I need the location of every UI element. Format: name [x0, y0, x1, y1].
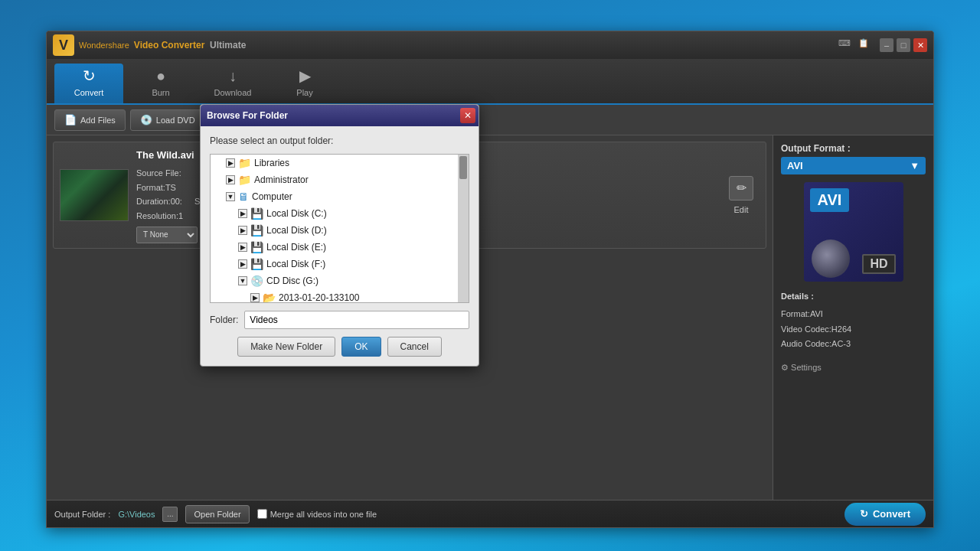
edit-button[interactable]: ✏	[729, 176, 753, 201]
merge-checkbox-label: Merge all videos into one file	[257, 509, 377, 519]
settings-label: ⚙ Settings	[781, 363, 822, 373]
tab-burn[interactable]: ● Burn	[126, 64, 195, 103]
video-codec: Video Codec:H264	[781, 322, 926, 337]
expand-disk-c[interactable]: ▶	[238, 209, 247, 218]
tree-item-computer[interactable]: ▼ 🖥 Computer	[211, 188, 469, 205]
format-value: AVI	[787, 160, 803, 171]
format-detail: Format:AVI	[781, 307, 926, 322]
file-duration: Duration:00:	[136, 194, 182, 209]
open-folder-button[interactable]: Open Folder	[185, 505, 249, 523]
computer-label: Computer	[252, 191, 292, 202]
folder-tree[interactable]: ▶ 📁 Libraries ▶ 📁 Administrator ▼ 🖥 Comp…	[210, 154, 469, 303]
tree-item-administrator[interactable]: ▶ 📁 Administrator	[211, 171, 469, 188]
title-bar: V Wondershare Video Converter Ultimate ⌨…	[47, 31, 933, 59]
modal-close-button[interactable]: ✕	[460, 108, 475, 123]
audio-codec: Audio Codec:AC-3	[781, 337, 926, 352]
tab-convert-label: Convert	[74, 88, 104, 97]
expand-disk-d[interactable]: ▶	[238, 226, 247, 235]
load-dvd-button[interactable]: 💿 Load DVD	[130, 109, 205, 131]
convert-icon: ↻	[860, 508, 868, 520]
administrator-label: Administrator	[254, 174, 309, 185]
disk-d-icon: 💾	[250, 224, 263, 236]
app-window: V Wondershare Video Converter Ultimate ⌨…	[46, 31, 934, 528]
browse-folder-button[interactable]: ...	[162, 507, 178, 522]
details-section: Details : Format:AVI Video Codec:H264 Au…	[781, 289, 926, 352]
tree-item-disk-f[interactable]: ▶ 💾 Local Disk (F:)	[211, 256, 469, 272]
expand-administrator[interactable]: ▶	[226, 175, 235, 184]
tab-play-label: Play	[296, 88, 312, 97]
merge-label: Merge all videos into one file	[270, 510, 377, 519]
expand-2013[interactable]: ▶	[250, 293, 260, 302]
output-folder-label: Output Folder :	[54, 510, 110, 519]
avi-badge: AVI	[810, 188, 850, 212]
tab-play[interactable]: ▶ Play	[270, 64, 339, 103]
tab-convert[interactable]: ↻ Convert	[54, 64, 123, 103]
expand-cd-g[interactable]: ▼	[238, 276, 247, 285]
disc-graphic	[812, 240, 850, 278]
burn-icon: ●	[156, 67, 165, 85]
ok-button[interactable]: OK	[341, 337, 381, 357]
scrollbar-thumb[interactable]	[459, 156, 467, 179]
tree-item-cd-g[interactable]: ▼ 💿 CD Disc (G:)	[211, 272, 469, 289]
keyboard-icon: ⌨	[838, 38, 851, 52]
cd-g-label: CD Disc (G:)	[266, 276, 318, 286]
output-path: G:\Videos	[118, 510, 155, 519]
hd-badge: HD	[862, 254, 895, 274]
folder-input[interactable]	[244, 311, 469, 329]
minimize-button[interactable]: –	[880, 38, 893, 52]
libraries-label: Libraries	[254, 158, 289, 168]
nav-bar: ↻ Convert ● Burn ↓ Download ▶ Play	[47, 59, 933, 105]
play-icon: ▶	[299, 67, 311, 85]
file-thumbnail	[60, 169, 129, 221]
convert-icon: ↻	[83, 67, 96, 85]
merge-checkbox[interactable]	[257, 509, 267, 519]
libraries-icon: 📁	[238, 157, 251, 169]
cd-g-icon: 💿	[250, 275, 263, 287]
tree-item-2013[interactable]: ▶ 📂 2013-01-20-133100	[211, 289, 469, 303]
settings-row[interactable]: ⚙ Settings	[781, 363, 926, 373]
add-files-icon: 📄	[64, 114, 77, 126]
modal-buttons: Make New Folder OK Cancel	[210, 337, 469, 357]
folder-2013-label: 2013-01-20-133100	[279, 292, 359, 303]
add-files-button[interactable]: 📄 Add Files	[54, 109, 126, 131]
modal-body: Please select an output folder: ▶ 📁 Libr…	[201, 126, 479, 366]
cancel-button[interactable]: Cancel	[387, 337, 442, 357]
convert-label: Convert	[873, 508, 910, 520]
bottom-bar: Output Folder : G:\Videos ... Open Folde…	[47, 500, 933, 527]
app-logo: V Wondershare Video Converter Ultimate	[53, 34, 246, 56]
subtitle-select[interactable]: T None	[136, 227, 198, 243]
app-title: Video Converter Ultimate	[134, 40, 247, 51]
expand-libraries[interactable]: ▶	[226, 158, 235, 168]
right-panel: Output Format : AVI ▼ AVI HD Details : F…	[773, 135, 933, 501]
tree-item-disk-e[interactable]: ▶ 💾 Local Disk (E:)	[211, 239, 469, 256]
tree-item-disk-c[interactable]: ▶ 💾 Local Disk (C:)	[211, 205, 469, 222]
make-new-folder-button[interactable]: Make New Folder	[237, 337, 335, 357]
avi-format-icon: AVI HD	[804, 182, 903, 282]
load-dvd-label: Load DVD	[156, 116, 195, 125]
main-content: The Wild.avi Source File: Format:TS Dura…	[47, 135, 933, 501]
folder-input-row: Folder:	[210, 311, 469, 329]
disk-f-icon: 💾	[250, 258, 263, 270]
tab-burn-label: Burn	[152, 88, 169, 97]
format-selector[interactable]: AVI ▼	[781, 157, 926, 174]
expand-disk-e[interactable]: ▶	[238, 243, 247, 252]
modal-instruction: Please select an output folder:	[210, 135, 469, 146]
disk-c-label: Local Disk (C:)	[266, 208, 327, 219]
window-controls: ⌨ 📋 – □ ✕	[838, 38, 927, 52]
clipboard-icon: 📋	[858, 38, 869, 52]
download-icon: ↓	[229, 67, 237, 85]
convert-button[interactable]: ↻ Convert	[844, 503, 926, 526]
scrollbar-track	[458, 155, 469, 302]
expand-disk-f[interactable]: ▶	[238, 259, 247, 269]
tree-item-disk-d[interactable]: ▶ 💾 Local Disk (D:)	[211, 222, 469, 239]
expand-computer[interactable]: ▼	[226, 192, 235, 201]
folder-label: Folder:	[210, 315, 238, 325]
close-button[interactable]: ✕	[913, 38, 927, 52]
browse-folder-modal: Browse For Folder ✕ Please select an out…	[200, 104, 479, 367]
maximize-button[interactable]: □	[897, 38, 910, 52]
output-format-label: Output Format :	[781, 143, 926, 154]
tab-download-label: Download	[214, 88, 252, 97]
disk-f-label: Local Disk (F:)	[266, 259, 325, 269]
tree-item-libraries[interactable]: ▶ 📁 Libraries	[211, 155, 469, 171]
tab-download[interactable]: ↓ Download	[198, 64, 267, 103]
